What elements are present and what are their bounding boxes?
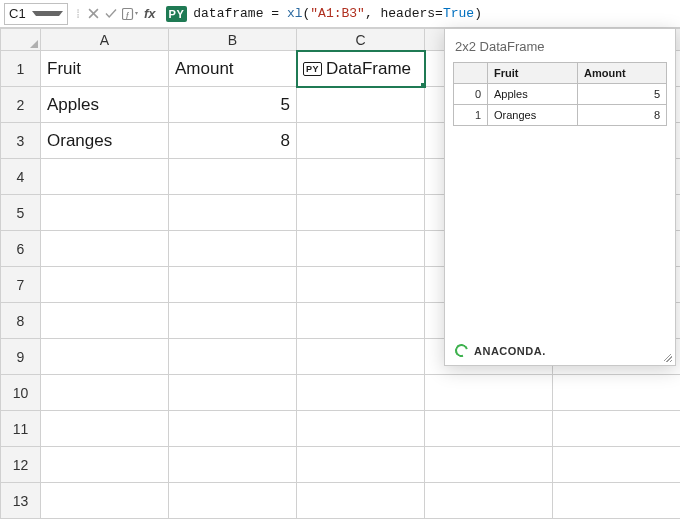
dataframe-preview-card: 2x2 DataFrame Fruit Amount 0 Apples 5 1 …: [444, 28, 676, 366]
row-header-7[interactable]: 7: [1, 267, 41, 303]
cell-C3[interactable]: [297, 123, 425, 159]
formula-bar: C1 ⁞ ƒ fx PY dataframe = xl("A1:B3", hea…: [0, 0, 680, 28]
select-all-corner[interactable]: [1, 29, 41, 51]
cell-C10[interactable]: [297, 375, 425, 411]
cell-A7[interactable]: [41, 267, 169, 303]
df-header-index: [454, 63, 488, 84]
formula-input[interactable]: dataframe = xl("A1:B3", headers=True): [187, 6, 482, 21]
cell-C7[interactable]: [297, 267, 425, 303]
row-header-9[interactable]: 9: [1, 339, 41, 375]
py-dropdown-icon[interactable]: ƒ: [121, 6, 141, 22]
df-amount: 8: [578, 105, 667, 126]
dataframe-table: Fruit Amount 0 Apples 5 1 Oranges 8: [453, 62, 667, 126]
row-header-10[interactable]: 10: [1, 375, 41, 411]
cell-B8[interactable]: [169, 303, 297, 339]
python-badge: PY: [166, 6, 188, 22]
svg-text:ƒ: ƒ: [126, 11, 130, 19]
anaconda-icon: [453, 342, 471, 360]
cell-C8[interactable]: [297, 303, 425, 339]
cell-C1-label: DataFrame: [326, 59, 411, 79]
cell-A12[interactable]: [41, 447, 169, 483]
card-title: 2x2 DataFrame: [455, 39, 667, 54]
cell-D13[interactable]: [425, 483, 553, 519]
row-header-12[interactable]: 12: [1, 447, 41, 483]
cell-A10[interactable]: [41, 375, 169, 411]
cell-C1[interactable]: PY DataFrame: [297, 51, 425, 87]
cell-E10[interactable]: [553, 375, 681, 411]
df-fruit: Apples: [488, 84, 578, 105]
cell-E11[interactable]: [553, 411, 681, 447]
name-box-value: C1: [9, 6, 32, 21]
row-header-6[interactable]: 6: [1, 231, 41, 267]
cell-A11[interactable]: [41, 411, 169, 447]
row-header-1[interactable]: 1: [1, 51, 41, 87]
chevron-down-icon: [32, 11, 63, 16]
separator: ⁞: [72, 6, 84, 21]
df-index: 1: [454, 105, 488, 126]
fx-icon[interactable]: fx: [142, 6, 160, 21]
cell-A5[interactable]: [41, 195, 169, 231]
cell-D11[interactable]: [425, 411, 553, 447]
cell-D12[interactable]: [425, 447, 553, 483]
cell-A9[interactable]: [41, 339, 169, 375]
cell-B7[interactable]: [169, 267, 297, 303]
cell-A2[interactable]: Apples: [41, 87, 169, 123]
cell-B1[interactable]: Amount: [169, 51, 297, 87]
df-amount: 5: [578, 84, 667, 105]
row-header-2[interactable]: 2: [1, 87, 41, 123]
cell-B12[interactable]: [169, 447, 297, 483]
anaconda-label: ANACONDA.: [474, 345, 546, 357]
accept-icon[interactable]: [103, 6, 119, 22]
row-header-8[interactable]: 8: [1, 303, 41, 339]
cell-A4[interactable]: [41, 159, 169, 195]
cell-C4[interactable]: [297, 159, 425, 195]
cell-A6[interactable]: [41, 231, 169, 267]
cell-A1[interactable]: Fruit: [41, 51, 169, 87]
cell-C13[interactable]: [297, 483, 425, 519]
cell-A13[interactable]: [41, 483, 169, 519]
cell-E13[interactable]: [553, 483, 681, 519]
cell-B11[interactable]: [169, 411, 297, 447]
python-chip-icon: PY: [303, 62, 322, 76]
col-header-C[interactable]: C: [297, 29, 425, 51]
df-row: 0 Apples 5: [454, 84, 667, 105]
cell-B9[interactable]: [169, 339, 297, 375]
cell-C9[interactable]: [297, 339, 425, 375]
cell-B2[interactable]: 5: [169, 87, 297, 123]
cell-C12[interactable]: [297, 447, 425, 483]
row-header-5[interactable]: 5: [1, 195, 41, 231]
cell-B4[interactable]: [169, 159, 297, 195]
cell-B3[interactable]: 8: [169, 123, 297, 159]
cell-B5[interactable]: [169, 195, 297, 231]
row-header-3[interactable]: 3: [1, 123, 41, 159]
anaconda-footer: ANACONDA.: [455, 344, 546, 357]
cell-C6[interactable]: [297, 231, 425, 267]
row-header-11[interactable]: 11: [1, 411, 41, 447]
row-header-13[interactable]: 13: [1, 483, 41, 519]
cell-C2[interactable]: [297, 87, 425, 123]
cell-B13[interactable]: [169, 483, 297, 519]
resize-grip-icon[interactable]: [664, 354, 672, 362]
cell-D10[interactable]: [425, 375, 553, 411]
cell-C5[interactable]: [297, 195, 425, 231]
cell-B10[interactable]: [169, 375, 297, 411]
cell-E12[interactable]: [553, 447, 681, 483]
row-header-4[interactable]: 4: [1, 159, 41, 195]
df-row: 1 Oranges 8: [454, 105, 667, 126]
name-box[interactable]: C1: [4, 3, 68, 25]
col-header-A[interactable]: A: [41, 29, 169, 51]
df-fruit: Oranges: [488, 105, 578, 126]
cell-C11[interactable]: [297, 411, 425, 447]
df-header-amount: Amount: [578, 63, 667, 84]
df-header-fruit: Fruit: [488, 63, 578, 84]
cell-B6[interactable]: [169, 231, 297, 267]
cancel-icon[interactable]: [85, 6, 101, 22]
df-index: 0: [454, 84, 488, 105]
cell-A8[interactable]: [41, 303, 169, 339]
col-header-B[interactable]: B: [169, 29, 297, 51]
cell-A3[interactable]: Oranges: [41, 123, 169, 159]
